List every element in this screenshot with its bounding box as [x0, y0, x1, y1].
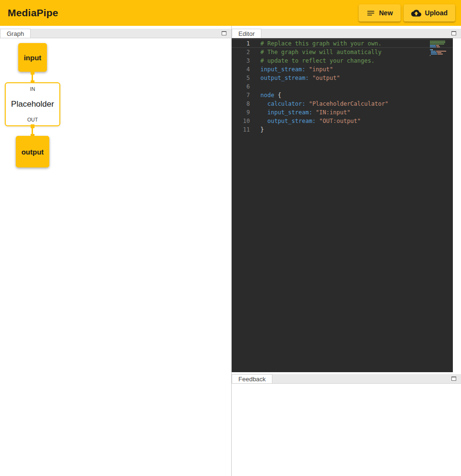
main-area: Graph input IN Placeholder OUT	[0, 26, 461, 476]
new-button[interactable]: New	[359, 4, 401, 22]
mediapipe-visualizer-app: MediaPipe New Upload Graph	[0, 0, 461, 476]
header-actions: New Upload	[359, 4, 455, 22]
graph-expand-button[interactable]	[221, 30, 227, 36]
line-number: 10	[232, 117, 250, 125]
editor-panel: Editor 1# Replace this graph with your o…	[232, 29, 461, 372]
output-node-label: output	[22, 148, 44, 156]
maximize-icon	[451, 376, 456, 381]
input-node-label: input	[24, 54, 42, 62]
new-button-label: New	[379, 9, 393, 17]
maximize-icon	[222, 31, 226, 35]
editor-minimap[interactable]	[430, 41, 449, 56]
app-header: MediaPipe New Upload	[0, 0, 461, 26]
line-number: 5	[232, 74, 250, 82]
tab-graph[interactable]: Graph	[0, 29, 31, 38]
graph-panel-tabs: Graph	[0, 29, 231, 38]
maximize-icon	[451, 31, 456, 35]
code-text: input_stream: "IN:input"	[250, 108, 350, 117]
code-line[interactable]: 6	[232, 82, 453, 91]
line-number: 3	[232, 56, 250, 65]
code-line[interactable]: 9 input_stream: "IN:input"	[232, 108, 453, 117]
line-number: 9	[232, 108, 250, 117]
editor-panel-tabs: Editor	[232, 29, 461, 38]
feedback-expand-button[interactable]	[450, 375, 457, 382]
right-column: Editor 1# Replace this graph with your o…	[232, 26, 461, 476]
code-line[interactable]: 4input_stream: "input"	[232, 65, 453, 74]
tab-feedback[interactable]: Feedback	[232, 374, 272, 383]
graph-canvas[interactable]: input IN Placeholder OUT output	[0, 38, 231, 476]
code-line[interactable]: 8 calculator: "PlaceholderCalculator"	[232, 100, 453, 108]
graph-panel: Graph input IN Placeholder OUT	[0, 26, 232, 476]
graph-node-input[interactable]: input	[18, 43, 47, 72]
code-text: # The graph view will automatically	[250, 48, 382, 56]
graph-node-placeholder[interactable]: IN Placeholder OUT	[5, 82, 60, 126]
app-title: MediaPipe	[8, 7, 58, 19]
line-number: 11	[232, 125, 250, 134]
code-text: # Replace this graph with your own.	[250, 39, 382, 48]
placeholder-node-label: Placeholder	[11, 100, 54, 109]
line-number: 6	[232, 82, 250, 91]
feedback-tab-label: Feedback	[238, 376, 266, 383]
code-line[interactable]: 11}	[232, 125, 453, 134]
list-icon	[366, 9, 375, 18]
code-editor[interactable]: 1# Replace this graph with your own.2# T…	[232, 38, 453, 372]
tab-editor[interactable]: Editor	[232, 29, 261, 38]
upload-button-label: Upload	[425, 9, 448, 17]
line-number: 1	[232, 39, 250, 48]
feedback-panel-tabs: Feedback	[232, 374, 461, 384]
placeholder-in-port-label: IN	[30, 86, 35, 92]
code-line[interactable]: 7node {	[232, 91, 453, 100]
line-number: 7	[232, 91, 250, 100]
code-text: input_stream: "input"	[250, 65, 333, 74]
editor-scrollbar-track[interactable]	[453, 38, 461, 372]
code-text: output_stream: "OUT:output"	[250, 117, 361, 125]
code-line[interactable]: 1# Replace this graph with your own.	[232, 39, 453, 48]
editor-tab-label: Editor	[238, 30, 255, 37]
feedback-content	[232, 384, 461, 476]
graph-tab-label: Graph	[7, 30, 24, 37]
graph-node-output[interactable]: output	[16, 136, 49, 167]
line-number: 8	[232, 100, 250, 108]
code-text: # update to reflect your changes.	[250, 56, 374, 65]
line-number: 2	[232, 48, 250, 56]
code-text: node {	[250, 91, 281, 100]
code-line[interactable]: 3# update to reflect your changes.	[232, 56, 453, 65]
editor-body: 1# Replace this graph with your own.2# T…	[232, 38, 461, 372]
code-text	[250, 82, 260, 91]
code-text: calculator: "PlaceholderCalculator"	[250, 100, 388, 108]
code-text: output_stream: "output"	[250, 74, 340, 82]
cloud-upload-icon	[411, 8, 421, 18]
code-line[interactable]: 5output_stream: "output"	[232, 74, 453, 82]
code-line[interactable]: 10 output_stream: "OUT:output"	[232, 117, 453, 125]
placeholder-out-port-label: OUT	[27, 117, 38, 122]
upload-button[interactable]: Upload	[404, 4, 455, 22]
code-text: }	[250, 125, 264, 134]
editor-expand-button[interactable]	[450, 30, 457, 36]
feedback-panel: Feedback	[232, 374, 461, 476]
line-number: 4	[232, 65, 250, 74]
code-line[interactable]: 2# The graph view will automatically	[232, 48, 453, 56]
code-lines: 1# Replace this graph with your own.2# T…	[232, 39, 453, 134]
